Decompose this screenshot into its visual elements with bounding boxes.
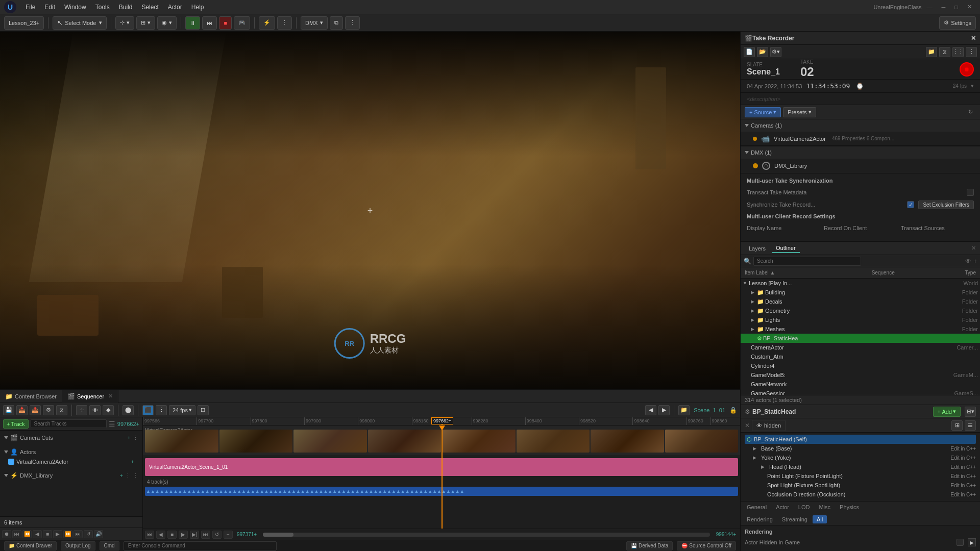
stop-play[interactable]: ■ [43, 530, 52, 538]
subtab-all[interactable]: All [813, 515, 827, 523]
tree-meshes[interactable]: ▶ 📁 Meshes Folder [741, 324, 980, 334]
clip-5[interactable] [442, 430, 516, 453]
window-close[interactable]: ✕ [963, 3, 976, 11]
seq-nav-left[interactable]: ◀ [645, 405, 656, 415]
more-btn[interactable]: ⋮ [345, 16, 360, 30]
tr-new-btn[interactable]: 📄 [744, 47, 755, 57]
seq-record-btn[interactable]: ⬤ [122, 405, 134, 415]
menu-select[interactable]: Select [137, 3, 162, 12]
outliner-tab[interactable]: Outliner [772, 244, 800, 253]
seq-nav-right[interactable]: ▶ [658, 405, 670, 415]
prev-key[interactable]: ⏪ [22, 530, 32, 538]
go-end[interactable]: ⏭ [74, 530, 83, 538]
clip-6[interactable] [517, 430, 590, 453]
tree-cylinder4[interactable]: Cylinder4 [741, 361, 980, 370]
tree-camera-actor[interactable]: CameraActor Camer... [741, 343, 980, 352]
camera-cuts-more[interactable]: ⋮ [133, 435, 138, 441]
loop-btn[interactable]: ↺ [84, 530, 93, 538]
output-log-btn[interactable]: Output Log [61, 541, 95, 550]
seq-export-btn[interactable]: 📤 [30, 405, 41, 415]
record-button[interactable]: ⏺ [960, 62, 974, 77]
fps-dropdown[interactable]: 24 fps ▾ [169, 405, 195, 415]
dmx-add[interactable]: + [120, 472, 123, 479]
pause-btn[interactable]: ⏸ [185, 16, 200, 30]
refresh-button[interactable]: ↻ [965, 107, 976, 117]
details-view-btn[interactable]: ⊞▾ [965, 407, 976, 417]
seq-folder-btn[interactable]: 📁 [678, 405, 690, 415]
tl-play[interactable]: ▶ [179, 531, 188, 539]
set-exclusion-filters-btn[interactable]: Set Exclusion Filters [918, 201, 974, 209]
head-component[interactable]: ▶ Head (Head) Edit in C++ [745, 462, 976, 471]
yoke-component[interactable]: ▶ Yoke (Yoke) Edit in C++ [745, 453, 976, 462]
content-browser-tab[interactable]: 📁 Content Browser [0, 390, 62, 403]
sequencer-tab-close[interactable]: ✕ [108, 393, 113, 399]
subtab-rendering[interactable]: Rendering [743, 515, 777, 523]
camera-cuts-header[interactable]: 🎬 Camera Cuts + ⋮ [0, 433, 142, 443]
search-tracks-input[interactable] [31, 419, 107, 428]
add-component-btn[interactable]: + Add ▾ [933, 407, 961, 417]
tab-actor[interactable]: Actor [772, 503, 793, 511]
tree-geometry[interactable]: ▶ 📁 Geometry Folder [741, 306, 980, 315]
occlusion-edit-cpp[interactable]: Edit in C++ [951, 492, 976, 497]
occlusion-component[interactable]: Occlusion Direction (Occlusion) Edit in … [745, 490, 976, 499]
play-back[interactable]: ◀ [33, 530, 42, 538]
menu-help[interactable]: Help [187, 3, 208, 12]
tree-bp-static-head[interactable]: ⚙ BP_StaticHea [741, 334, 980, 343]
dmx-extra[interactable]: ⋮ [133, 472, 138, 479]
console-input[interactable] [124, 541, 277, 550]
presets-button[interactable]: Presets ▾ [783, 107, 816, 117]
yoke-edit-cpp[interactable]: Edit in C++ [951, 455, 976, 461]
camera-speed-btn[interactable]: ◉▾ [157, 16, 177, 30]
tab-physics[interactable]: Physics [836, 503, 863, 511]
tr-settings-btn[interactable]: ⚙▾ [770, 47, 781, 57]
outliner-search-input[interactable] [753, 257, 861, 266]
tree-lights[interactable]: ▶ 📁 Lights Folder [741, 315, 980, 324]
seq-transform-btn[interactable]: ⊹ [76, 405, 87, 415]
base-edit-cpp[interactable]: Edit in C++ [951, 446, 976, 452]
tree-decals[interactable]: ▶ 📁 Decals Folder [741, 297, 980, 306]
take-recorder-close[interactable]: ✕ [971, 35, 976, 42]
play-options-btn[interactable]: ⋮ [277, 16, 292, 30]
tl-scrollbar[interactable] [263, 533, 710, 537]
cmd-btn[interactable]: Cmd [100, 541, 119, 550]
outliner-view-btn[interactable]: 👁 [965, 258, 971, 265]
tr-more-btn[interactable]: ⋮ [966, 47, 977, 57]
viewport[interactable]: + RR RRCG 人人素材 [0, 32, 740, 389]
tl-last[interactable]: ⏭ [201, 531, 210, 539]
tr-filter-btn[interactable]: ⧖ [939, 47, 950, 57]
dmx-library-item[interactable]: ⊙ DMX_Library [741, 159, 980, 173]
mode-select-btn[interactable]: ↖ Select Mode ▾ [53, 16, 107, 30]
tree-gamemode[interactable]: GameModeB: GameM... [741, 370, 980, 380]
tab-lod[interactable]: LOD [794, 503, 814, 511]
menu-actor[interactable]: Actor [164, 3, 186, 12]
tl-next[interactable]: ▶| [190, 531, 199, 539]
clip-2[interactable] [219, 430, 293, 453]
window-minimize[interactable]: ─ [938, 3, 950, 11]
snap-btn[interactable]: ⊞▾ [136, 16, 155, 30]
menu-build[interactable]: Build [115, 3, 137, 12]
seq-key-mode-btn[interactable]: ⬛ [142, 405, 154, 415]
actors-group-header[interactable]: 👤 Actors [0, 447, 142, 457]
tree-world[interactable]: ▼ Lesson [Play In... World [741, 279, 980, 288]
tree-gamesession[interactable]: GameSessior GameS... [741, 389, 980, 395]
content-drawer-btn[interactable]: 📁 Content Drawer [4, 541, 57, 550]
seq-key-btn[interactable]: ◆ [103, 405, 114, 415]
sequencer-tab[interactable]: 🎬 Sequencer ✕ [62, 390, 118, 403]
description-row[interactable]: <description> [741, 93, 980, 105]
clip-7[interactable] [591, 430, 664, 453]
actor-hidden-checkbox[interactable] [957, 539, 964, 546]
extra-btn[interactable]: ⧉ [330, 16, 343, 30]
next-key[interactable]: ⏩ [63, 530, 72, 538]
seq-import-btn[interactable]: 📥 [16, 405, 28, 415]
dmx-group-header[interactable]: ⚡ DMX_Library + ⋮ ⋮ [0, 470, 142, 481]
tab-general[interactable]: General [743, 503, 771, 511]
play-fwd[interactable]: ▶ [53, 530, 62, 538]
subtab-streaming[interactable]: Streaming [778, 515, 812, 523]
base-component[interactable]: ▶ Base (Base) Edit in C++ [745, 444, 976, 453]
derived-data-btn[interactable]: 💾 Derived Data [626, 541, 673, 550]
seq-eye-btn[interactable]: 👁 [89, 405, 101, 415]
pointlight-edit-cpp[interactable]: Edit in C++ [951, 473, 976, 479]
clip-8[interactable] [665, 430, 739, 453]
cameras-header[interactable]: Cameras (1) [741, 119, 980, 132]
tl-minus[interactable]: − [224, 531, 233, 539]
